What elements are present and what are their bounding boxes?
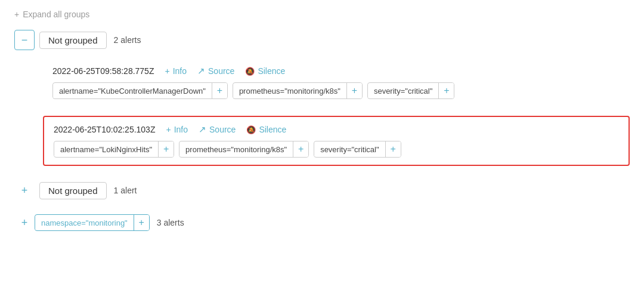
silence-label-2: Silence (259, 125, 286, 134)
tag-prometheus-2: prometheus="monitoring/k8s" + (179, 141, 309, 158)
group-header-1: − Not grouped 2 alerts (14, 30, 630, 50)
silence-icon-2: 🔕 (246, 125, 256, 134)
info-plus-icon-2: + (166, 125, 171, 134)
tag-plus-alertname-1[interactable]: + (212, 83, 227, 98)
source-icon-2: ↗ (199, 124, 206, 135)
group-section-3: + namespace="monitoring" + 3 alerts (14, 212, 630, 233)
namespace-tag-group-3: namespace="monitoring" + (35, 214, 150, 231)
namespace-tag-plus-3[interactable]: + (134, 215, 149, 230)
info-action-2[interactable]: + Info (166, 125, 188, 134)
collapse-group-button-1[interactable]: − (14, 30, 35, 50)
alert-list-1: 2022-06-25T09:58:28.775Z + Info ↗ Source… (43, 58, 630, 166)
tag-plus-severity-1[interactable]: + (438, 83, 454, 98)
group-header-3: + namespace="monitoring" + 3 alerts (14, 212, 630, 233)
group-count-2: 1 alert (114, 186, 137, 195)
group-section-1: − Not grouped 2 alerts 2022-06-25T09:58:… (14, 30, 630, 166)
tag-plus-alertname-2[interactable]: + (158, 141, 174, 157)
alert-row-1: 2022-06-25T09:58:28.775Z + Info ↗ Source… (52, 66, 620, 76)
group-section-2: + Not grouped 1 alert (14, 180, 630, 201)
group-label-1: Not grouped (39, 32, 107, 49)
tag-plus-prometheus-2[interactable]: + (293, 141, 308, 157)
source-action-1[interactable]: ↗ Source (197, 66, 234, 76)
tags-row-2: alertname="LokiNginxHits" + prometheus="… (54, 141, 619, 158)
group-count-3: 3 alerts (157, 218, 184, 227)
info-label-1: Info (173, 66, 187, 76)
silence-icon-1: 🔕 (245, 67, 255, 76)
group-header-2: + Not grouped 1 alert (14, 180, 630, 201)
namespace-tag-label-3: namespace="monitoring" (35, 216, 134, 230)
silence-action-2[interactable]: 🔕 Silence (246, 125, 286, 134)
tag-label-alertname-1: alertname="KubeControllerManagerDown" (53, 84, 212, 98)
source-action-2[interactable]: ↗ Source (199, 124, 236, 135)
alert-item-2: 2022-06-25T10:02:25.103Z + Info ↗ Source… (43, 116, 630, 166)
group-count-1: 2 alerts (114, 35, 141, 45)
expand-group-button-2[interactable]: + (14, 180, 35, 201)
alert-timestamp-2: 2022-06-25T10:02:25.103Z (54, 125, 155, 134)
tag-alertname-2: alertname="LokiNginxHits" + (54, 141, 174, 158)
expand-all-plus-icon: + (14, 10, 19, 19)
tag-alertname-1: alertname="KubeControllerManagerDown" + (52, 82, 228, 99)
tag-plus-severity-2[interactable]: + (385, 141, 401, 157)
info-label-2: Info (174, 125, 188, 134)
tag-prometheus-1: prometheus="monitoring/k8s" + (233, 82, 363, 99)
source-label-1: Source (208, 66, 234, 76)
source-icon-1: ↗ (197, 66, 205, 76)
silence-action-1[interactable]: 🔕 Silence (245, 66, 285, 76)
expand-all-groups[interactable]: + Expand all groups (14, 10, 630, 19)
tag-plus-prometheus-1[interactable]: + (346, 83, 362, 98)
tag-severity-1: severity="critical" + (367, 82, 454, 99)
tag-label-prometheus-1: prometheus="monitoring/k8s" (233, 84, 346, 98)
source-label-2: Source (209, 125, 236, 134)
tag-severity-2: severity="critical" + (314, 141, 401, 158)
alert-timestamp-1: 2022-06-25T09:58:28.775Z (52, 66, 154, 76)
tag-label-prometheus-2: prometheus="monitoring/k8s" (179, 143, 293, 156)
tags-row-1: alertname="KubeControllerManagerDown" + … (52, 82, 620, 99)
expand-group-button-3[interactable]: + (14, 212, 35, 233)
expand-all-label: Expand all groups (23, 10, 89, 19)
info-action-1[interactable]: + Info (165, 66, 187, 76)
tag-label-severity-1: severity="critical" (368, 84, 438, 98)
group-label-2: Not grouped (39, 182, 107, 199)
silence-label-1: Silence (258, 66, 285, 76)
info-plus-icon-1: + (165, 66, 169, 76)
alert-row-2: 2022-06-25T10:02:25.103Z + Info ↗ Source… (54, 124, 619, 135)
tag-label-severity-2: severity="critical" (314, 143, 385, 156)
tag-label-alertname-2: alertname="LokiNginxHits" (54, 143, 158, 156)
alert-item-1: 2022-06-25T09:58:28.775Z + Info ↗ Source… (43, 58, 630, 106)
